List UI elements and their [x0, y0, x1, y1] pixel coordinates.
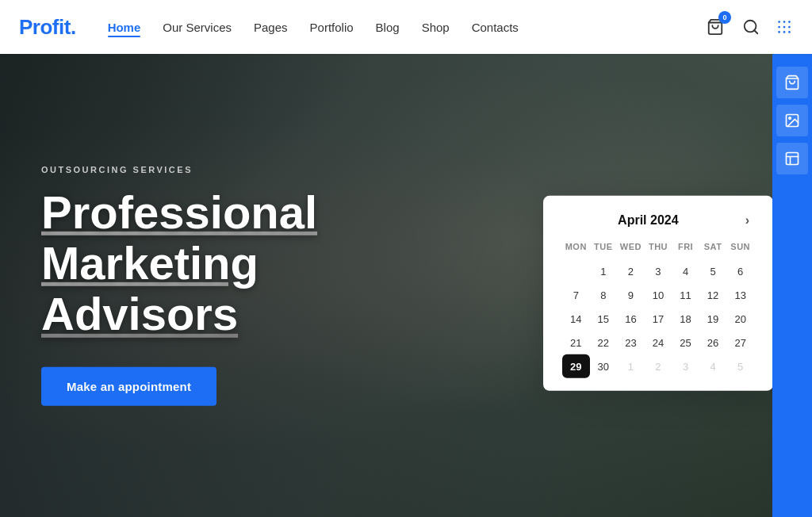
calendar-panel: April 2024 › MON TUE WED THU FRI SAT SUN…	[543, 196, 773, 391]
hero-subtitle: Outsourcing Services	[41, 165, 317, 174]
sidebar-cart-button[interactable]	[776, 67, 808, 98]
cal-day-21[interactable]: 21	[562, 331, 590, 354]
cart-badge: 0	[718, 11, 731, 24]
hero-title-line1: Professional	[41, 186, 317, 238]
cal-day-8[interactable]: 8	[590, 283, 618, 307]
cal-day-17[interactable]: 17	[645, 307, 672, 331]
cal-day-13[interactable]: 13	[726, 283, 754, 307]
grid-button[interactable]	[776, 18, 793, 36]
svg-point-14	[789, 117, 791, 120]
cal-day-other-2: 3	[672, 354, 699, 378]
calendar-header: April 2024 ›	[562, 212, 754, 229]
cal-day-1[interactable]: 1	[590, 259, 618, 283]
nav-item-services[interactable]: Our Services	[163, 21, 232, 34]
nav-item-portfolio[interactable]: Portfolio	[310, 21, 354, 34]
weekday-wed: WED	[617, 242, 645, 259]
cal-day-29[interactable]: 30	[590, 354, 618, 378]
weekday-sat: SAT	[699, 242, 727, 259]
cal-day-27[interactable]: 27	[726, 331, 754, 354]
weekday-mon: MON	[562, 242, 590, 259]
main-nav: Home Our Services Pages Portfolio Blog S…	[108, 21, 519, 34]
weekday-fri: FRI	[672, 242, 699, 259]
cal-day-10[interactable]: 10	[645, 283, 672, 307]
cal-day-19[interactable]: 19	[699, 307, 727, 331]
cal-day-23[interactable]: 23	[617, 331, 645, 354]
weekday-thu: THU	[645, 242, 672, 259]
svg-point-6	[778, 26, 780, 29]
calendar-week-4: 21 22 23 24 25 26 27	[562, 331, 754, 354]
cal-day-other-3: 4	[699, 354, 727, 378]
nav-item-blog[interactable]: Blog	[376, 21, 400, 34]
cal-day-15[interactable]: 15	[590, 307, 618, 331]
calendar-week-1: 1 2 3 4 5 6	[562, 259, 754, 283]
nav-item-shop[interactable]: Shop	[422, 21, 450, 34]
nav-item-pages[interactable]: Pages	[254, 21, 288, 34]
sidebar-image-button[interactable]	[776, 105, 808, 136]
nav-item-home[interactable]: Home	[108, 21, 141, 34]
svg-point-10	[783, 31, 786, 33]
svg-point-9	[778, 31, 780, 33]
svg-point-8	[788, 26, 791, 29]
cal-day-28[interactable]: 29	[562, 354, 590, 378]
hero-title: Professional Marketing Advisors	[41, 187, 317, 339]
svg-line-2	[754, 30, 757, 33]
cal-day-6[interactable]: 6	[726, 259, 754, 283]
svg-point-4	[783, 21, 786, 23]
cal-day-5[interactable]: 5	[699, 259, 727, 283]
nav-item-contacts[interactable]: Contacts	[472, 21, 519, 34]
cal-day-other-4: 5	[726, 354, 754, 378]
header-left: Profit. Home Our Services Pages Portfoli…	[19, 15, 519, 40]
weekday-sun: SUN	[726, 242, 754, 259]
svg-point-11	[788, 31, 791, 33]
header: Profit. Home Our Services Pages Portfoli…	[0, 0, 812, 54]
logo-text: Profit	[19, 15, 71, 39]
cal-day-24[interactable]: 24	[645, 331, 672, 354]
calendar-week-3: 14 15 16 17 18 19 20	[562, 307, 754, 331]
cart-button[interactable]: 0	[704, 16, 726, 38]
cal-day-7[interactable]: 7	[562, 283, 590, 307]
cal-day-2[interactable]: 2	[617, 259, 645, 283]
cal-day-30[interactable]: 1	[617, 354, 645, 378]
cal-day-9[interactable]: 9	[617, 283, 645, 307]
calendar-next-button[interactable]: ›	[741, 212, 754, 229]
hero-section: Outsourcing Services Professional Market…	[0, 54, 812, 517]
cal-day-empty	[562, 259, 590, 283]
cal-day-22[interactable]: 22	[590, 331, 618, 354]
svg-point-3	[778, 21, 780, 23]
cal-day-25[interactable]: 25	[672, 331, 699, 354]
hero-title-line2: Marketing	[41, 237, 259, 289]
sidebar-layout-button[interactable]	[776, 143, 808, 174]
calendar-weekdays-row: MON TUE WED THU FRI SAT SUN	[562, 242, 754, 259]
calendar-grid: MON TUE WED THU FRI SAT SUN 1 2 3 4 5	[562, 242, 754, 378]
cal-day-26[interactable]: 26	[699, 331, 727, 354]
cal-day-14[interactable]: 14	[562, 307, 590, 331]
cal-day-20[interactable]: 20	[726, 307, 754, 331]
appointment-button[interactable]: Make an appointment	[41, 367, 216, 406]
calendar-week-2: 7 8 9 10 11 12 13	[562, 283, 754, 307]
logo-dot: .	[71, 15, 76, 39]
calendar-title: April 2024	[562, 213, 734, 228]
sidebar-right	[772, 54, 812, 517]
svg-point-7	[783, 26, 786, 29]
hero-content: Outsourcing Services Professional Market…	[41, 165, 317, 406]
cal-day-11[interactable]: 11	[672, 283, 699, 307]
weekday-tue: TUE	[590, 242, 618, 259]
cal-day-4[interactable]: 4	[672, 259, 699, 283]
cal-day-12[interactable]: 12	[699, 283, 727, 307]
cal-day-3[interactable]: 3	[645, 259, 672, 283]
hero-title-line3: Advisors	[41, 287, 238, 339]
cal-day-other-1: 2	[645, 354, 672, 378]
search-button[interactable]	[742, 18, 760, 36]
header-right: 0	[704, 16, 793, 38]
calendar-week-5: 29 30 1 2 3 4 5	[562, 354, 754, 378]
logo[interactable]: Profit.	[19, 15, 76, 40]
svg-point-5	[788, 21, 791, 23]
cal-day-16[interactable]: 16	[617, 307, 645, 331]
cal-day-18[interactable]: 18	[672, 307, 699, 331]
svg-rect-15	[787, 153, 799, 165]
